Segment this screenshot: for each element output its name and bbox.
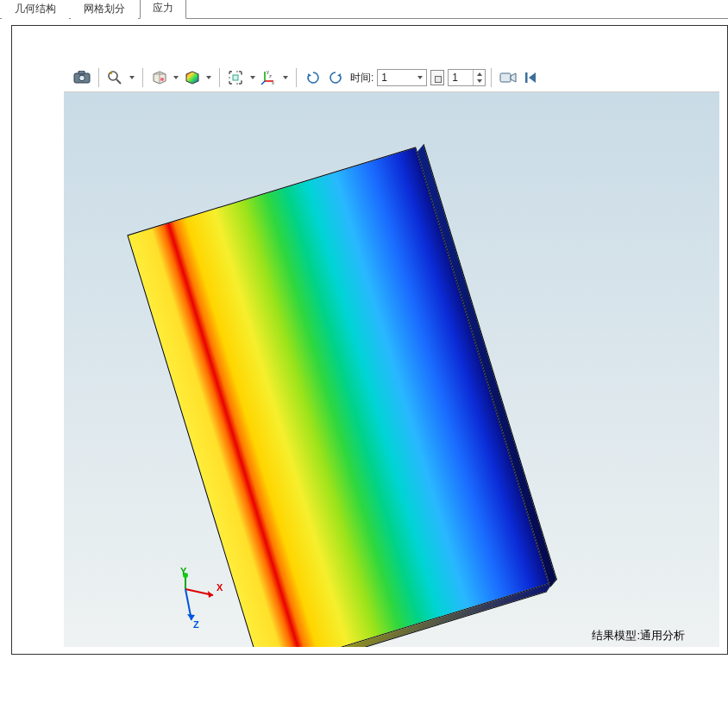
orientation-triad: Y X Z — [163, 572, 249, 647]
tab-geometry[interactable]: 几何结构 — [2, 0, 69, 19]
tab-stress[interactable]: 应力 — [140, 0, 186, 19]
movie-icon[interactable] — [497, 66, 519, 89]
render-mode-icon[interactable] — [148, 66, 181, 89]
screenshot-icon[interactable] — [71, 66, 93, 89]
result-model-label: 结果模型:通用分析 — [592, 628, 685, 643]
svg-text:x: x — [272, 80, 274, 85]
svg-line-4 — [116, 79, 121, 84]
time-combo[interactable]: 1 — [377, 69, 427, 86]
svg-line-10 — [261, 81, 265, 85]
zoom-icon[interactable] — [104, 66, 137, 89]
result-panel: zyx 时间: 1 1 — [11, 25, 728, 655]
last-frame-button[interactable] — [430, 70, 444, 85]
svg-text:z: z — [269, 73, 272, 78]
axes-icon[interactable]: zyx — [258, 66, 291, 89]
view-toolbar: zyx 时间: 1 1 — [71, 66, 542, 90]
svg-rect-1 — [78, 71, 85, 74]
tabs-bar: 几何结构 网格划分 应力 — [0, 0, 728, 19]
first-frame-icon[interactable] — [519, 66, 542, 89]
time-label: 时间: — [350, 71, 373, 85]
frame-spinner[interactable]: 1 — [448, 69, 486, 86]
fit-view-icon[interactable] — [225, 66, 258, 89]
tab-mesh[interactable]: 网格划分 — [71, 0, 138, 19]
axis-z-label: Z — [193, 619, 199, 630]
svg-text:y: y — [267, 70, 269, 74]
rotate-ccw-icon[interactable] — [324, 66, 347, 89]
svg-rect-7 — [233, 75, 238, 80]
rotate-cw-icon[interactable] — [302, 66, 324, 89]
colormap-icon[interactable] — [181, 66, 214, 89]
svg-point-5 — [160, 78, 164, 81]
result-surface — [338, 321, 719, 647]
svg-point-3 — [109, 72, 117, 80]
svg-point-2 — [79, 75, 85, 81]
axis-x-label: X — [217, 582, 223, 593]
svg-rect-15 — [525, 72, 528, 83]
graphics-viewport[interactable]: Y X Z 结果模型:通用分析 — [64, 91, 719, 647]
axis-y-label: Y — [180, 566, 186, 576]
svg-rect-14 — [500, 73, 511, 82]
